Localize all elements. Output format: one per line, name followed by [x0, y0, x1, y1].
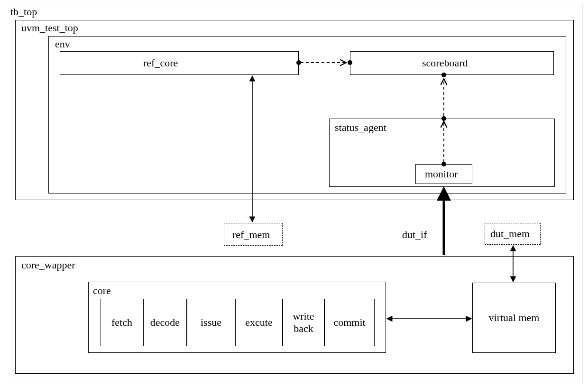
ref-core-label: ref_core: [143, 57, 178, 69]
uvm-test-top-label: uvm_test_top: [21, 22, 78, 34]
stage-fetch-label: fetch: [111, 316, 132, 329]
core-label: core: [93, 285, 111, 297]
tb-top-label: tb_top: [10, 6, 37, 18]
status-agent-label: status_agent: [335, 121, 386, 134]
virtual-mem-label: virtual mem: [489, 312, 540, 324]
ref-mem-label: ref_mem: [232, 229, 270, 241]
stage-issue: issue: [187, 299, 235, 346]
stage-decode-label: decode: [150, 316, 180, 329]
stage-commit: commit: [324, 299, 375, 346]
dut-mem-label: dut_mem: [490, 228, 530, 240]
stage-fetch: fetch: [101, 299, 143, 346]
core-wapper-label: core_wapper: [21, 259, 75, 271]
ref-core-box: [60, 51, 299, 75]
stage-write-back-label: write back: [293, 310, 314, 335]
virtual-mem-box: virtual mem: [472, 283, 556, 353]
stage-decode: decode: [143, 299, 187, 346]
stage-excute-label: excute: [245, 316, 272, 329]
env-label: env: [55, 38, 70, 50]
stage-write-back: write back: [283, 299, 324, 346]
stage-commit-label: commit: [333, 316, 365, 329]
diagram-canvas: tb_top uvm_test_top env ref_core scorebo…: [0, 0, 588, 387]
scoreboard-label: scoreboard: [422, 57, 468, 69]
dut-if-label: dut_if: [402, 229, 427, 241]
stage-issue-label: issue: [201, 316, 221, 329]
monitor-label: monitor: [425, 168, 458, 180]
stage-excute: excute: [235, 299, 283, 346]
